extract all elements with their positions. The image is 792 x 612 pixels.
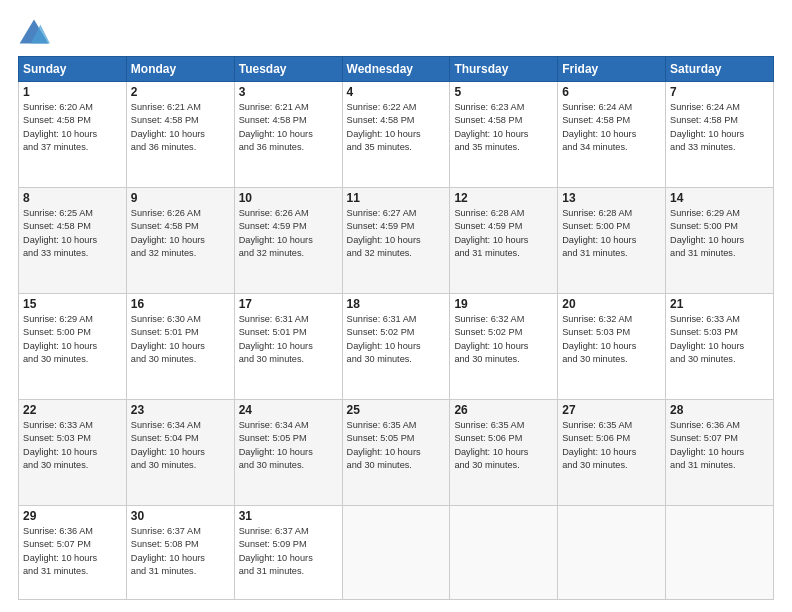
calendar-cell: 17Sunrise: 6:31 AM Sunset: 5:01 PM Dayli…: [234, 294, 342, 400]
day-number: 5: [454, 85, 553, 99]
day-info: Sunrise: 6:32 AM Sunset: 5:02 PM Dayligh…: [454, 313, 553, 366]
calendar-table: SundayMondayTuesdayWednesdayThursdayFrid…: [18, 56, 774, 600]
day-info: Sunrise: 6:29 AM Sunset: 5:00 PM Dayligh…: [670, 207, 769, 260]
day-info: Sunrise: 6:28 AM Sunset: 5:00 PM Dayligh…: [562, 207, 661, 260]
calendar-cell: 6Sunrise: 6:24 AM Sunset: 4:58 PM Daylig…: [558, 82, 666, 188]
calendar-cell: 19Sunrise: 6:32 AM Sunset: 5:02 PM Dayli…: [450, 294, 558, 400]
day-info: Sunrise: 6:34 AM Sunset: 5:04 PM Dayligh…: [131, 419, 230, 472]
calendar-cell: 12Sunrise: 6:28 AM Sunset: 4:59 PM Dayli…: [450, 188, 558, 294]
day-number: 30: [131, 509, 230, 523]
day-info: Sunrise: 6:22 AM Sunset: 4:58 PM Dayligh…: [347, 101, 446, 154]
day-info: Sunrise: 6:26 AM Sunset: 4:58 PM Dayligh…: [131, 207, 230, 260]
calendar-cell: 31Sunrise: 6:37 AM Sunset: 5:09 PM Dayli…: [234, 506, 342, 600]
day-info: Sunrise: 6:35 AM Sunset: 5:05 PM Dayligh…: [347, 419, 446, 472]
day-info: Sunrise: 6:36 AM Sunset: 5:07 PM Dayligh…: [23, 525, 122, 578]
day-number: 4: [347, 85, 446, 99]
calendar-cell: 1Sunrise: 6:20 AM Sunset: 4:58 PM Daylig…: [19, 82, 127, 188]
day-number: 28: [670, 403, 769, 417]
calendar-cell: 22Sunrise: 6:33 AM Sunset: 5:03 PM Dayli…: [19, 400, 127, 506]
day-info: Sunrise: 6:30 AM Sunset: 5:01 PM Dayligh…: [131, 313, 230, 366]
day-info: Sunrise: 6:26 AM Sunset: 4:59 PM Dayligh…: [239, 207, 338, 260]
day-number: 20: [562, 297, 661, 311]
day-of-week-header: Thursday: [450, 57, 558, 82]
day-number: 29: [23, 509, 122, 523]
day-info: Sunrise: 6:25 AM Sunset: 4:58 PM Dayligh…: [23, 207, 122, 260]
day-info: Sunrise: 6:31 AM Sunset: 5:01 PM Dayligh…: [239, 313, 338, 366]
day-info: Sunrise: 6:20 AM Sunset: 4:58 PM Dayligh…: [23, 101, 122, 154]
day-of-week-header: Saturday: [666, 57, 774, 82]
day-info: Sunrise: 6:37 AM Sunset: 5:09 PM Dayligh…: [239, 525, 338, 578]
day-of-week-header: Sunday: [19, 57, 127, 82]
calendar-cell: [342, 506, 450, 600]
day-number: 15: [23, 297, 122, 311]
calendar-cell: 26Sunrise: 6:35 AM Sunset: 5:06 PM Dayli…: [450, 400, 558, 506]
calendar-cell: 9Sunrise: 6:26 AM Sunset: 4:58 PM Daylig…: [126, 188, 234, 294]
calendar-cell: [558, 506, 666, 600]
day-number: 16: [131, 297, 230, 311]
day-info: Sunrise: 6:21 AM Sunset: 4:58 PM Dayligh…: [131, 101, 230, 154]
calendar-cell: 5Sunrise: 6:23 AM Sunset: 4:58 PM Daylig…: [450, 82, 558, 188]
calendar-cell: 20Sunrise: 6:32 AM Sunset: 5:03 PM Dayli…: [558, 294, 666, 400]
calendar-cell: 14Sunrise: 6:29 AM Sunset: 5:00 PM Dayli…: [666, 188, 774, 294]
calendar-header-row: SundayMondayTuesdayWednesdayThursdayFrid…: [19, 57, 774, 82]
calendar-cell: 25Sunrise: 6:35 AM Sunset: 5:05 PM Dayli…: [342, 400, 450, 506]
calendar-cell: 24Sunrise: 6:34 AM Sunset: 5:05 PM Dayli…: [234, 400, 342, 506]
calendar-cell: 10Sunrise: 6:26 AM Sunset: 4:59 PM Dayli…: [234, 188, 342, 294]
day-number: 24: [239, 403, 338, 417]
day-number: 22: [23, 403, 122, 417]
day-info: Sunrise: 6:33 AM Sunset: 5:03 PM Dayligh…: [670, 313, 769, 366]
day-number: 23: [131, 403, 230, 417]
day-of-week-header: Friday: [558, 57, 666, 82]
day-number: 9: [131, 191, 230, 205]
calendar-cell: 18Sunrise: 6:31 AM Sunset: 5:02 PM Dayli…: [342, 294, 450, 400]
day-number: 8: [23, 191, 122, 205]
calendar-cell: 23Sunrise: 6:34 AM Sunset: 5:04 PM Dayli…: [126, 400, 234, 506]
day-info: Sunrise: 6:28 AM Sunset: 4:59 PM Dayligh…: [454, 207, 553, 260]
day-number: 14: [670, 191, 769, 205]
day-info: Sunrise: 6:32 AM Sunset: 5:03 PM Dayligh…: [562, 313, 661, 366]
calendar-cell: 3Sunrise: 6:21 AM Sunset: 4:58 PM Daylig…: [234, 82, 342, 188]
day-of-week-header: Wednesday: [342, 57, 450, 82]
header: [18, 18, 774, 46]
day-info: Sunrise: 6:27 AM Sunset: 4:59 PM Dayligh…: [347, 207, 446, 260]
day-info: Sunrise: 6:35 AM Sunset: 5:06 PM Dayligh…: [562, 419, 661, 472]
day-number: 19: [454, 297, 553, 311]
calendar-cell: 29Sunrise: 6:36 AM Sunset: 5:07 PM Dayli…: [19, 506, 127, 600]
calendar-cell: [666, 506, 774, 600]
day-number: 3: [239, 85, 338, 99]
logo-icon: [18, 18, 50, 46]
day-info: Sunrise: 6:37 AM Sunset: 5:08 PM Dayligh…: [131, 525, 230, 578]
day-info: Sunrise: 6:31 AM Sunset: 5:02 PM Dayligh…: [347, 313, 446, 366]
day-info: Sunrise: 6:23 AM Sunset: 4:58 PM Dayligh…: [454, 101, 553, 154]
calendar-cell: 13Sunrise: 6:28 AM Sunset: 5:00 PM Dayli…: [558, 188, 666, 294]
calendar-cell: 11Sunrise: 6:27 AM Sunset: 4:59 PM Dayli…: [342, 188, 450, 294]
day-info: Sunrise: 6:34 AM Sunset: 5:05 PM Dayligh…: [239, 419, 338, 472]
day-number: 25: [347, 403, 446, 417]
calendar-cell: [450, 506, 558, 600]
day-number: 1: [23, 85, 122, 99]
day-info: Sunrise: 6:21 AM Sunset: 4:58 PM Dayligh…: [239, 101, 338, 154]
calendar-cell: 7Sunrise: 6:24 AM Sunset: 4:58 PM Daylig…: [666, 82, 774, 188]
day-number: 26: [454, 403, 553, 417]
day-number: 31: [239, 509, 338, 523]
calendar-cell: 15Sunrise: 6:29 AM Sunset: 5:00 PM Dayli…: [19, 294, 127, 400]
day-info: Sunrise: 6:29 AM Sunset: 5:00 PM Dayligh…: [23, 313, 122, 366]
day-number: 17: [239, 297, 338, 311]
calendar-cell: 4Sunrise: 6:22 AM Sunset: 4:58 PM Daylig…: [342, 82, 450, 188]
logo: [18, 18, 52, 46]
calendar-cell: 8Sunrise: 6:25 AM Sunset: 4:58 PM Daylig…: [19, 188, 127, 294]
calendar-cell: 30Sunrise: 6:37 AM Sunset: 5:08 PM Dayli…: [126, 506, 234, 600]
calendar-cell: 16Sunrise: 6:30 AM Sunset: 5:01 PM Dayli…: [126, 294, 234, 400]
day-number: 10: [239, 191, 338, 205]
day-number: 13: [562, 191, 661, 205]
day-info: Sunrise: 6:24 AM Sunset: 4:58 PM Dayligh…: [670, 101, 769, 154]
day-number: 6: [562, 85, 661, 99]
day-number: 27: [562, 403, 661, 417]
calendar-cell: 28Sunrise: 6:36 AM Sunset: 5:07 PM Dayli…: [666, 400, 774, 506]
day-of-week-header: Monday: [126, 57, 234, 82]
day-info: Sunrise: 6:33 AM Sunset: 5:03 PM Dayligh…: [23, 419, 122, 472]
calendar-cell: 27Sunrise: 6:35 AM Sunset: 5:06 PM Dayli…: [558, 400, 666, 506]
day-number: 12: [454, 191, 553, 205]
day-info: Sunrise: 6:24 AM Sunset: 4:58 PM Dayligh…: [562, 101, 661, 154]
day-info: Sunrise: 6:35 AM Sunset: 5:06 PM Dayligh…: [454, 419, 553, 472]
